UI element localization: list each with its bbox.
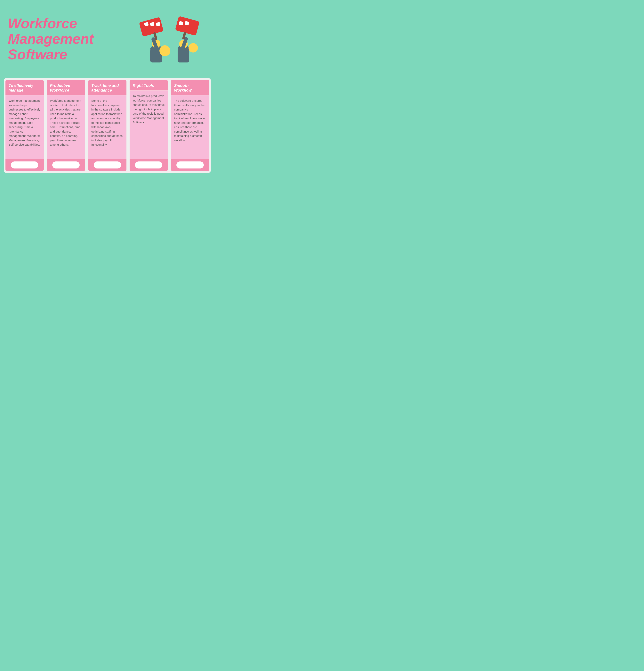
card-button-5[interactable] [177, 162, 204, 168]
page-wrapper: Workforce Management Software [0, 0, 215, 173]
card-button-1[interactable] [11, 162, 38, 168]
card-button-4[interactable] [135, 162, 162, 168]
svg-rect-10 [178, 49, 189, 62]
card-header-text-1: To effectively manage [9, 83, 41, 92]
card-body-text-2: Workforce Management is a term that refe… [50, 99, 82, 147]
card-footer-3 [88, 159, 127, 171]
card-header-text-3: Track time and attendance [91, 83, 123, 92]
card-header-1: To effectively manage [5, 80, 44, 96]
main-title: Workforce Management Software [8, 16, 129, 62]
card-5: Smooth Workflow The software ensures the… [171, 80, 209, 171]
card-header-4: Right Tools [130, 80, 168, 91]
card-footer-5 [171, 159, 209, 171]
svg-rect-13 [175, 16, 199, 36]
card-2: Productive Workforce Workforce Managemen… [47, 80, 85, 171]
svg-point-17 [159, 45, 170, 56]
card-body-1: Workforce management software helps busi… [5, 96, 44, 159]
card-header-3: Track time and attendance [88, 80, 127, 96]
card-body-text-4: To maintain a productive workforce, comp… [133, 94, 165, 125]
card-button-2[interactable] [52, 162, 80, 168]
card-body-5: The software ensures there is efficiency… [171, 96, 209, 159]
card-body-text-5: The software ensures there is efficiency… [174, 99, 206, 142]
card-footer-1 [5, 159, 44, 171]
card-header-2: Productive Workforce [47, 80, 85, 96]
card-body-text-3: Some of the functionalities captured in … [91, 99, 123, 147]
cards-section: To effectively manage Workforce manageme… [4, 78, 211, 173]
card-header-text-5: Smooth Workflow [174, 83, 206, 92]
card-body-3: Some of the functionalities captured in … [88, 96, 127, 159]
card-header-text-2: Productive Workforce [50, 83, 82, 92]
card-body-text-1: Workforce management software helps busi… [9, 99, 41, 147]
svg-point-18 [189, 43, 198, 52]
card-button-3[interactable] [94, 162, 121, 168]
card-4: Right Tools To maintain a productive wor… [130, 80, 168, 171]
card-footer-2 [47, 159, 85, 171]
header-illustration [133, 8, 207, 70]
card-1: To effectively manage Workforce manageme… [5, 80, 44, 171]
header-section: Workforce Management Software [0, 0, 215, 76]
card-header-5: Smooth Workflow [171, 80, 209, 96]
svg-rect-4 [139, 17, 164, 37]
card-3: Track time and attendance Some of the fu… [88, 80, 127, 171]
card-body-2: Workforce Management is a term that refe… [47, 96, 85, 159]
card-footer-4 [130, 159, 168, 171]
card-header-text-4: Right Tools [133, 83, 165, 88]
card-body-4: To maintain a productive workforce, comp… [130, 91, 168, 159]
title-block: Workforce Management Software [8, 16, 129, 62]
